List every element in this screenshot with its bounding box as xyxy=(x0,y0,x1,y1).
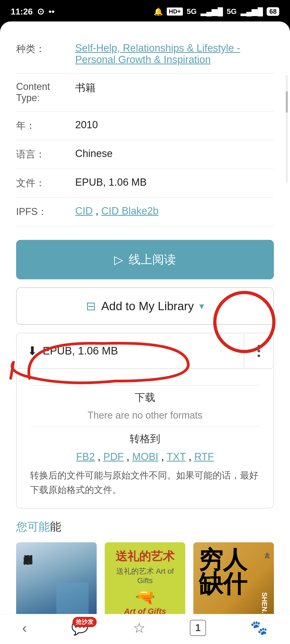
bell-icon: 🔔 xyxy=(154,7,163,16)
dropdown-divider-1 xyxy=(30,385,260,385)
info-row-year: 年： 2010 xyxy=(16,114,274,137)
book-1-decoration xyxy=(56,583,89,615)
divider-3 xyxy=(16,140,274,140)
sep2: , xyxy=(126,451,132,462)
sep3: , xyxy=(161,451,166,462)
nav-back[interactable]: ‹ xyxy=(22,620,27,636)
label-ipfs: IPFS： xyxy=(16,205,75,218)
download-icon: ⬇ xyxy=(27,344,37,358)
download-label: EPUB, 1.06 MB xyxy=(43,345,118,357)
ipfs-separator: , xyxy=(96,205,101,217)
play-icon: ▷ xyxy=(114,253,123,266)
add-to-library-label: Add to My Library xyxy=(101,299,194,313)
sep4: , xyxy=(189,451,194,462)
book-cover-1[interactable]: 怎样洞察别人 xyxy=(16,542,97,623)
add-to-library-button[interactable]: ⊟ Add to My Library ▾ xyxy=(16,287,274,325)
label-file: 文件： xyxy=(16,177,75,190)
nav-comment[interactable]: 💬 抢沙发 xyxy=(71,620,89,636)
buttons-area: ▷ 线上阅读 ⊟ Add to My Library ▾ xyxy=(0,229,290,325)
scrollbar-track[interactable] xyxy=(286,75,288,182)
main-card: 种类： Self-Help, Relationships & Lifestyle… xyxy=(0,21,290,644)
book-2-inner: 送礼的艺术 送礼的艺术 Art of Gifts 🔫 Art of Gifts xyxy=(105,542,185,623)
download-row: ⬇ EPUB, 1.06 MB xyxy=(16,333,274,369)
you-may-title: 您可能能 xyxy=(16,519,274,534)
format-txt[interactable]: TXT xyxy=(167,451,186,462)
value-content-type: 书籍 xyxy=(75,81,274,95)
cid-link[interactable]: CID xyxy=(75,205,93,217)
info-row-language: 语言： Chinese xyxy=(16,143,274,166)
format-fb2[interactable]: FB2 xyxy=(76,451,95,462)
download-more-button[interactable] xyxy=(244,334,273,368)
value-year: 2010 xyxy=(75,119,274,131)
format-note: 转换后的文件可能与原始文件不同。如果可能的话，最好下载原始格式的文件。 xyxy=(30,468,260,497)
signal-icon-2: 5G xyxy=(227,7,237,16)
bottom-nav: ‹ 💬 抢沙发 ☆ 1 🐾 xyxy=(0,614,290,644)
value-genre[interactable]: Self-Help, Relationships & Lifestyle - P… xyxy=(75,42,274,65)
book-3-title: 穷人缺什 xyxy=(199,548,269,596)
read-online-button[interactable]: ▷ 线上阅读 xyxy=(16,240,274,279)
genre-link[interactable]: Self-Help, Relationships & Lifestyle - P… xyxy=(75,42,240,65)
label-year: 年： xyxy=(16,119,75,132)
dot-1 xyxy=(258,345,260,347)
book-cover-2[interactable]: 送礼的艺术 送礼的艺术 Art of Gifts 🔫 Art of Gifts xyxy=(105,542,185,623)
sep1: , xyxy=(98,451,103,462)
page-number: 1 xyxy=(195,622,201,634)
format-pdf[interactable]: PDF xyxy=(103,451,124,462)
page-number-box[interactable]: 1 xyxy=(190,620,206,636)
battery-display: 68 xyxy=(267,7,279,16)
info-row-content-type: Content Type: 书籍 xyxy=(16,76,274,108)
format-mobi[interactable]: MOBI xyxy=(132,451,158,462)
label-genre: 种类： xyxy=(16,42,75,56)
divider-6 xyxy=(16,226,274,226)
divider-5 xyxy=(16,197,274,198)
value-language: Chinese xyxy=(75,148,274,159)
nav-more[interactable]: 🐾 xyxy=(250,620,268,636)
status-right: 🔔 HD+ 5G ▂▄▆█ 5G ▂▄▆█ 68 xyxy=(154,7,279,16)
status-left: 11:26 ⊙ •• xyxy=(11,6,55,17)
download-section-title: 下载 xyxy=(30,391,260,404)
dropdown-panel: 下载 There are no other formats 转格到 FB2 , … xyxy=(16,369,274,508)
format-rtf[interactable]: RTF xyxy=(194,451,214,462)
signal-bars-2: ▂▄▆█ xyxy=(241,7,263,16)
divider-1 xyxy=(16,73,274,74)
book-2-subtitle-cn: 送礼的艺术 Art of Gifts xyxy=(110,566,180,585)
read-online-label: 线上阅读 xyxy=(129,252,176,268)
hd-badge: HD+ xyxy=(167,8,183,16)
you-may-like-section: 您可能能 怎样洞察别人 送礼的艺术 送礼的艺术 Art of Gifts 🔫 A… xyxy=(0,508,290,623)
camera-icon: ⊙ xyxy=(37,6,44,17)
convert-title: 转格到 xyxy=(30,432,260,446)
content-area: 种类： Self-Help, Relationships & Lifestyle… xyxy=(0,21,290,226)
back-arrow-icon: ‹ xyxy=(22,620,27,636)
label-language: 语言： xyxy=(16,148,75,161)
format-links: FB2 , PDF , MOBI , TXT , RTF xyxy=(30,451,260,463)
label-content-type: Content Type: xyxy=(16,81,75,104)
info-row-file: 文件： EPUB, 1.06 MB xyxy=(16,172,274,195)
status-bar: 11:26 ⊙ •• 🔔 HD+ 5G ▂▄▆█ 5G ▂▄▆█ 68 xyxy=(0,0,290,21)
paw-icon: 🐾 xyxy=(250,620,268,636)
dot-2 xyxy=(258,350,260,352)
book-row: 怎样洞察别人 送礼的艺术 送礼的艺术 Art of Gifts 🔫 Art of… xyxy=(16,542,274,623)
info-row-ipfs: IPFS： CID , CID Blake2b xyxy=(16,200,274,223)
value-ipfs: CID , CID Blake2b xyxy=(75,205,274,217)
time-display: 11:26 xyxy=(11,7,33,17)
info-row-genre: 种类： Self-Help, Relationships & Lifestyle… xyxy=(16,38,274,70)
dot-3 xyxy=(258,354,260,357)
value-file: EPUB, 1.06 MB xyxy=(75,177,274,188)
download-button[interactable]: ⬇ EPUB, 1.06 MB xyxy=(17,333,244,368)
book-cover-3[interactable]: 穷人缺什 SHEN... 古龙 xyxy=(193,542,274,623)
cannon-icon: 🔫 xyxy=(135,588,155,607)
signal-icon: 5G xyxy=(187,7,197,16)
dropdown-divider-2 xyxy=(30,426,260,427)
book-3-subtitle: SHEN... xyxy=(260,592,269,617)
library-icon: ⊟ xyxy=(86,299,96,313)
comment-badge: 抢沙发 xyxy=(73,617,97,627)
divider-2 xyxy=(16,111,274,112)
svg-line-1 xyxy=(11,362,13,378)
nav-page[interactable]: 1 xyxy=(190,620,206,636)
dots-icon: •• xyxy=(49,7,55,17)
nav-star[interactable]: ☆ xyxy=(133,620,146,636)
scrollbar-thumb[interactable] xyxy=(286,91,288,113)
signal-bars-1: ▂▄▆█ xyxy=(201,7,223,16)
cid-blake2b-link[interactable]: CID Blake2b xyxy=(101,205,158,217)
star-icon: ☆ xyxy=(133,620,146,636)
